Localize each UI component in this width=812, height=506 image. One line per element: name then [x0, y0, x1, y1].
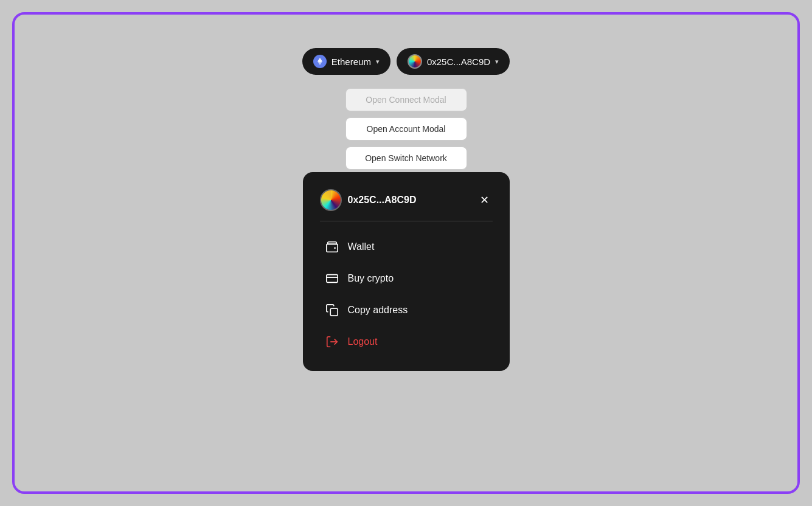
open-connect-modal-button[interactable]: Open Connect Modal	[345, 88, 467, 111]
svg-rect-4	[326, 274, 337, 282]
svg-rect-6	[330, 308, 338, 316]
menu-item-logout[interactable]: Logout	[320, 327, 493, 356]
wallet-icon	[325, 240, 339, 254]
svg-point-3	[334, 247, 336, 249]
wallet-avatar-icon	[408, 54, 422, 69]
logout-label: Logout	[348, 336, 378, 347]
open-account-modal-button[interactable]: Open Account Modal	[345, 117, 467, 140]
wallet-address-label: 0x25C...A8C9D	[427, 57, 490, 67]
buy-crypto-label: Buy crypto	[348, 273, 394, 284]
modal-menu: Wallet Buy crypto	[320, 232, 493, 356]
modal-address-row: 0x25C...A8C9D	[320, 189, 417, 211]
network-chevron: ▾	[376, 58, 380, 66]
modal-header: 0x25C...A8C9D ✕	[320, 189, 493, 211]
modal-avatar-icon	[320, 189, 342, 211]
wallet-label: Wallet	[348, 241, 375, 252]
modal-address-text: 0x25C...A8C9D	[348, 195, 417, 206]
card-icon	[325, 271, 339, 286]
ethereum-icon	[313, 55, 327, 68]
app-frame: Ethereum ▾ 0x25C...A8C9D ▾ Open Connect …	[12, 12, 800, 494]
menu-item-wallet[interactable]: Wallet	[320, 232, 493, 262]
network-label: Ethereum	[331, 57, 371, 67]
wallet-chevron: ▾	[495, 58, 499, 66]
open-switch-network-button[interactable]: Open Switch Network	[345, 147, 467, 170]
network-selector-button[interactable]: Ethereum ▾	[302, 48, 390, 75]
modal-close-button[interactable]: ✕	[476, 193, 493, 207]
wallet-selector-button[interactable]: 0x25C...A8C9D ▾	[397, 48, 510, 75]
top-bar: Ethereum ▾ 0x25C...A8C9D ▾	[302, 48, 510, 75]
copy-address-label: Copy address	[348, 305, 408, 316]
menu-item-copy-address[interactable]: Copy address	[320, 296, 493, 325]
account-modal: 0x25C...A8C9D ✕ Wallet	[303, 172, 510, 371]
menu-item-buy-crypto[interactable]: Buy crypto	[320, 264, 493, 293]
modal-divider	[320, 221, 493, 221]
copy-icon	[325, 303, 339, 317]
logout-icon	[325, 334, 339, 349]
